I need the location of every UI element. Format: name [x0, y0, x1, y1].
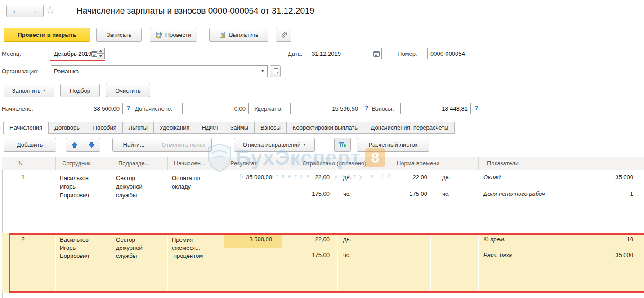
clear-button[interactable]: Очистить [106, 84, 150, 97]
column-header-n[interactable]: N [18, 160, 22, 167]
tab-recalculations[interactable]: Доначисления, перерасчеты [365, 122, 455, 134]
organization-label: Организация: [2, 68, 39, 75]
cell-norm-days: 22,00 [389, 174, 427, 181]
tab-payment-adjustments[interactable]: Корректировки выплаты [286, 122, 365, 134]
cell-row-number: 2 [9, 236, 25, 243]
tab-deductions[interactable]: Удержания [153, 122, 196, 134]
column-header-norm[interactable]: Норма времени [397, 160, 440, 167]
cell-norm-hours: 175,00 [389, 190, 427, 197]
additional-accrued-label: Доначислено: [135, 105, 173, 112]
move-down-button[interactable] [83, 138, 100, 152]
tab-ndfl[interactable]: НДФЛ [196, 122, 224, 134]
find-button[interactable]: Найти... [112, 138, 155, 152]
cell-indicator-name: Доля неполного рабоч [483, 190, 545, 197]
cell-norm-days-unit: дн. [442, 174, 450, 181]
cell-accrual-type: Оплата по окладу [172, 174, 200, 191]
cell-indicator-name: % прем. [483, 236, 505, 243]
spinner-down-button[interactable] [97, 53, 105, 59]
cell-indicator-value: 35 000 [562, 252, 633, 258]
back-arrow-icon: ← [12, 7, 19, 15]
favorite-star-icon[interactable]: ☆ [45, 4, 55, 16]
table-plus-icon [339, 141, 346, 149]
date-field[interactable]: 31.12.2019 [309, 48, 382, 59]
additional-accrued-field[interactable]: 0,00 [182, 103, 249, 114]
tab-privileges[interactable]: Льготы [122, 122, 154, 134]
contributions-label: Взносы: [372, 105, 394, 112]
chevron-down-icon[interactable] [258, 66, 267, 77]
tab-contributions[interactable]: Взносы [254, 122, 287, 134]
cell-worked-days-unit: дн. [343, 236, 351, 243]
nav-button-group: ← → [6, 5, 44, 17]
organization-field[interactable]: Ромашка [51, 65, 268, 77]
cell-department: Сектор дежурной службы [116, 236, 143, 260]
paperclip-icon [280, 32, 287, 39]
table-row[interactable]: 1 Васильков Игорь Борисович Сектор дежур… [2, 170, 644, 233]
tab-contracts[interactable]: Договоры [48, 122, 87, 134]
cell-worked-hours: 175,00 [282, 252, 330, 258]
add-row-button[interactable]: Добавить [4, 138, 56, 152]
undo-corrections-button[interactable]: Отмена исправлений [234, 138, 315, 152]
page-title: Начисление зарплаты и взносов 0000-00005… [76, 6, 314, 16]
help-icon[interactable]: ? [474, 104, 479, 112]
help-icon[interactable]: ? [365, 104, 369, 112]
fill-button[interactable]: Заполнить [4, 84, 54, 97]
number-label: Номер: [398, 50, 417, 57]
cell-row-number: 1 [9, 174, 25, 181]
number-field[interactable]: 0000-000054 [427, 48, 499, 59]
month-field[interactable]: Декабрь 2019 [51, 48, 96, 59]
column-header-employee[interactable]: Сотрудник [62, 160, 90, 167]
cell-indicator-value: 10 [562, 236, 633, 243]
column-header-result[interactable]: Результат [230, 160, 257, 167]
table-plus-button[interactable] [334, 138, 351, 152]
column-header-worked[interactable]: Отработано (оплачено) [282, 160, 387, 167]
back-button[interactable]: ← [6, 5, 25, 17]
column-header-indicators[interactable]: Показатели [487, 160, 519, 167]
attachments-button[interactable] [276, 28, 291, 42]
column-header-accrual[interactable]: Начислен... [174, 160, 206, 167]
forward-arrow-icon: → [31, 7, 38, 15]
post-and-close-button[interactable]: Провести и закрыть [4, 28, 90, 42]
tab-loans[interactable]: Займы [224, 122, 255, 134]
arrow-down-icon [89, 142, 95, 148]
open-organization-button[interactable] [270, 65, 281, 77]
annotation-underline [50, 60, 105, 61]
cell-accrual-type: Премия ежемеся... процентом [172, 236, 203, 260]
move-up-button[interactable] [66, 138, 83, 152]
cell-result: 35 000,00 [224, 174, 272, 181]
table-row-selected[interactable]: 2 Васильков Игорь Борисович Сектор дежур… [2, 233, 644, 293]
accrued-label: Начислено: [2, 105, 33, 112]
pay-button[interactable]: Выплатить [209, 28, 268, 42]
tab-benefits[interactable]: Пособия [87, 122, 123, 134]
payroll-document-window: ← → ☆ Начисление зарплаты и взносов 0000… [0, 0, 644, 298]
cancel-search-button[interactable]: Отменить поиск [155, 138, 212, 152]
cell-indicator-name: Оклад [483, 174, 501, 181]
help-icon[interactable]: ? [126, 104, 130, 112]
cell-department: Сектор дежурной службы [116, 174, 143, 199]
withheld-field[interactable]: 15 596,50 [290, 103, 361, 114]
pick-button[interactable]: Подбор [60, 84, 100, 97]
cell-employee: Васильков Игорь Борисович [60, 174, 89, 199]
calendar-icon[interactable] [371, 48, 381, 59]
month-label: Месяц: [2, 50, 21, 57]
month-spinner [97, 48, 105, 59]
contributions-field[interactable]: 18 448,81 [400, 103, 471, 114]
post-document-icon [156, 32, 163, 39]
chevron-down-icon [43, 90, 46, 91]
column-header-department[interactable]: Подразде... [118, 160, 150, 167]
forward-button[interactable]: → [25, 5, 44, 17]
payslip-button[interactable]: Расчетный листок [357, 138, 429, 152]
cell-indicator-value: 1 [562, 190, 633, 197]
arrow-up-icon [72, 142, 78, 148]
cell-indicator-value: 35 000 [562, 174, 633, 181]
write-button[interactable]: Записать [96, 28, 142, 42]
accrued-field[interactable]: 38 500,00 [51, 103, 123, 114]
table-header-row: N Сотрудник Подразде... Начислен... Резу… [2, 157, 644, 170]
open-in-new-icon [273, 68, 278, 74]
tab-accruals[interactable]: Начисления [3, 122, 49, 134]
chevron-down-icon [303, 144, 306, 146]
pay-document-icon [219, 32, 226, 39]
date-label: Дата: [288, 50, 302, 57]
post-button[interactable]: Провести [150, 28, 197, 42]
cell-employee: Васильков Игорь Борисович [60, 236, 89, 260]
cell-result: 3 500,00 [224, 236, 272, 243]
